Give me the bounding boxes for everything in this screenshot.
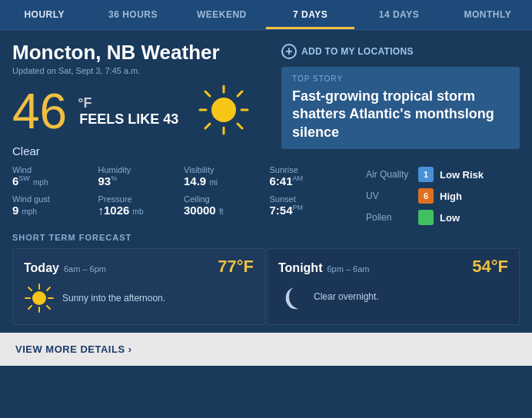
aq-row-1: UV 6 High [366, 188, 520, 204]
svg-line-5 [205, 91, 210, 96]
nav-tab-hourly[interactable]: HOURLY [0, 0, 88, 29]
detail-label: Sunset [270, 194, 351, 204]
detail-value: 30000 ft [184, 204, 265, 217]
forecast-card-tonight: Tonight 6pm – 6am 54°F Clear overnight. [267, 248, 520, 325]
feels-like-label: FEELS LIKE [79, 111, 159, 127]
detail-value: 6:41AM [270, 174, 351, 188]
forecast-title-row: Tonight 6pm – 6am 54°F [278, 257, 508, 277]
forecast-period: Today [24, 261, 59, 275]
location-block: Moncton, NB Weather Updated on Sat, Sept… [12, 41, 274, 158]
forecast-icon-row: Sunny into the afternoon. [24, 283, 254, 314]
detail-value: ↑1026 mb [98, 204, 180, 217]
detail-label: Wind gust [12, 194, 94, 204]
detail-item-6: Ceiling 30000 ft [184, 194, 265, 217]
detail-label: Pressure [98, 194, 180, 204]
detail-value: 14.9 mi [184, 174, 265, 188]
nav-tabs: HOURLY36 HOURSWEEKEND7 DAYS14 DAYSMONTHL… [0, 0, 532, 30]
air-quality-block: Air Quality 1 Low Risk UV 6 High Pollen … [366, 165, 520, 225]
svg-line-14 [28, 287, 32, 290]
detail-value: 7:54PM [270, 204, 351, 217]
detail-label: Sunrise [270, 165, 351, 174]
details-grid: Wind 6SW mph Humidity 93% Visibility 14.… [12, 165, 351, 217]
forecast-period: Tonight [278, 261, 322, 275]
svg-line-17 [28, 306, 32, 309]
svg-line-6 [238, 124, 242, 128]
weather-details: Wind 6SW mph Humidity 93% Visibility 14.… [12, 165, 351, 225]
detail-value: 6SW mph [12, 174, 94, 188]
nav-tab-7-days[interactable]: 7 DAYS [266, 0, 354, 29]
plus-icon: + [281, 44, 297, 59]
aq-label: UV [366, 191, 412, 201]
aq-text: Low [440, 212, 460, 224]
forecast-title-row: Today 6am – 6pm 77°F [24, 257, 254, 277]
svg-line-16 [47, 287, 50, 290]
detail-label: Visibility [184, 165, 265, 174]
view-more-button[interactable]: VIEW MORE DETAILS › [15, 343, 517, 355]
svg-point-9 [32, 291, 46, 305]
svg-line-7 [238, 91, 242, 96]
short-term-label: SHORT TERM FORECAST [12, 233, 520, 242]
aq-label: Air Quality [366, 169, 412, 180]
forecast-temp: 77°F [218, 257, 254, 277]
detail-item-4: Wind gust 9 mph [12, 194, 94, 217]
middle-section: Wind 6SW mph Humidity 93% Visibility 14.… [0, 165, 532, 233]
forecast-desc: Sunny into the afternoon. [62, 293, 165, 304]
temp-unit: °F [78, 95, 178, 111]
detail-label: Humidity [98, 165, 180, 174]
forecast-temp: 54°F [472, 257, 508, 277]
detail-item-2: Visibility 14.9 mi [184, 165, 265, 188]
aq-row-2: Pollen Low [366, 210, 520, 225]
add-location-label: ADD TO MY LOCATIONS [301, 46, 414, 57]
forecast-icon-row: Clear overnight. [278, 283, 508, 310]
location-title: Moncton, NB Weather [12, 41, 274, 65]
add-location-button[interactable]: + ADD TO MY LOCATIONS [281, 44, 414, 59]
svg-line-8 [205, 124, 210, 128]
detail-item-1: Humidity 93% [98, 165, 180, 188]
aq-row-0: Air Quality 1 Low Risk [366, 167, 520, 182]
detail-item-0: Wind 6SW mph [12, 165, 94, 188]
nav-tab-14-days[interactable]: 14 DAYS [354, 0, 443, 29]
updated-text: Updated on Sat, Sept 3, 7:45 a.m. [12, 66, 274, 75]
detail-item-3: Sunrise 6:41AM [270, 165, 351, 188]
forecast-time: 6pm – 6am [327, 264, 369, 274]
feels-like-value: 43 [163, 111, 178, 127]
forecast-card-today: Today 6am – 6pm 77°F Sunny into the afte… [12, 248, 265, 325]
sun-icon [197, 83, 251, 137]
forecast-cards: Today 6am – 6pm 77°F Sunny into the afte… [12, 248, 520, 325]
detail-value: 93% [98, 174, 180, 188]
top-story-title[interactable]: Fast-growing tropical storm shatters Atl… [292, 88, 509, 141]
detail-item-5: Pressure ↑1026 mb [98, 194, 180, 217]
detail-item-7: Sunset 7:54PM [270, 194, 351, 217]
svg-point-0 [211, 98, 236, 122]
aq-text: Low Risk [440, 169, 484, 181]
detail-label: Ceiling [184, 194, 265, 204]
forecast-moon-icon [278, 283, 306, 310]
current-temp: 46 [12, 87, 67, 136]
nav-tab-weekend[interactable]: WEEKEND [178, 0, 266, 29]
nav-tab-36-hours[interactable]: 36 HOURS [88, 0, 177, 29]
temp-unit-feels: °F FEELS LIKE 43 [78, 95, 178, 128]
nav-tab-monthly[interactable]: MONTHLY [444, 0, 532, 29]
forecast-time: 6am – 6pm [64, 264, 106, 274]
forecast-sun-icon [24, 283, 55, 314]
condition-text: Clear [12, 144, 274, 158]
svg-line-15 [47, 306, 50, 309]
aq-badge [418, 210, 434, 225]
top-story-label: TOP STORY [292, 75, 509, 83]
detail-value: 9 mph [12, 204, 94, 217]
top-story-block: TOP STORY Fast-growing tropical storm sh… [281, 67, 520, 149]
aq-text: High [440, 191, 462, 202]
short-term-section: SHORT TERM FORECAST Today 6am – 6pm 77°F [0, 233, 532, 325]
top-section: Moncton, NB Weather Updated on Sat, Sept… [0, 30, 532, 165]
detail-label: Wind [12, 165, 94, 174]
sun-icon-container [197, 83, 251, 140]
main-content: Moncton, NB Weather Updated on Sat, Sept… [0, 30, 532, 366]
aq-badge: 1 [418, 167, 434, 182]
feels-like: FEELS LIKE 43 [78, 111, 178, 128]
aq-badge: 6 [418, 188, 434, 204]
forecast-desc: Clear overnight. [314, 291, 379, 302]
view-more-section: VIEW MORE DETAILS › [0, 333, 532, 366]
aq-label: Pollen [366, 212, 412, 223]
temp-row: 46 °F FEELS LIKE 43 [12, 83, 274, 140]
